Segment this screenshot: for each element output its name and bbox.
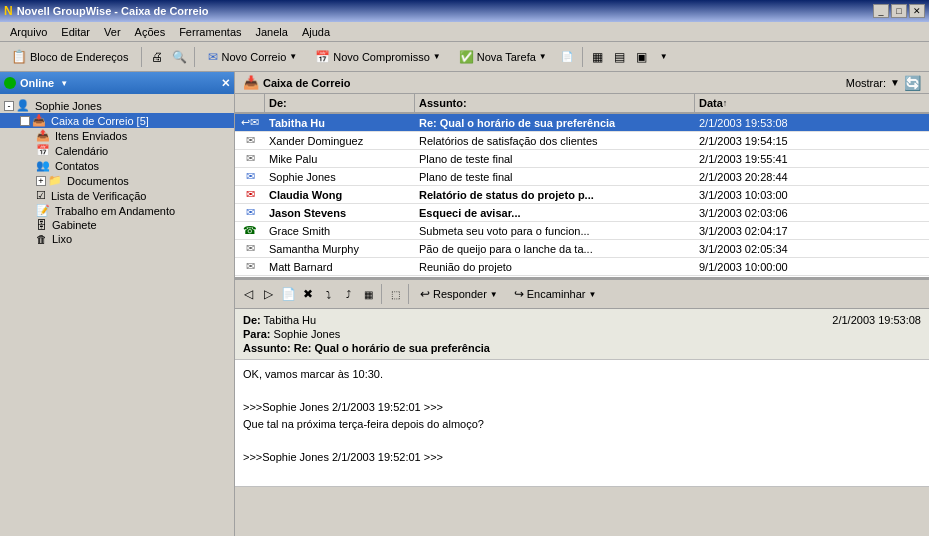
- toolbar-extra-icon-1[interactable]: 📄: [558, 48, 576, 66]
- expand-sophie[interactable]: -: [4, 101, 14, 111]
- toolbar-icon-b2[interactable]: ⤴: [339, 285, 357, 303]
- delete-msg-button[interactable]: ✖: [299, 285, 317, 303]
- menu-arquivo[interactable]: Arquivo: [4, 24, 53, 40]
- address-book-icon: 📋: [11, 49, 27, 64]
- toolbar-icon-b1[interactable]: ⤵: [319, 285, 337, 303]
- new-appointment-button[interactable]: 📅 Novo Compromisso ▼: [308, 45, 448, 69]
- col-header-subject[interactable]: Assunto:: [415, 94, 695, 112]
- new-mail-dropdown[interactable]: ▼: [289, 52, 297, 61]
- tree-item-inbox[interactable]: - 📥 Caixa de Correio [5]: [0, 113, 234, 128]
- new-task-button[interactable]: ✅ Nova Tarefa ▼: [452, 45, 554, 69]
- email-subject-9: Reunião do projeto: [415, 261, 695, 273]
- minimize-button[interactable]: _: [873, 4, 889, 18]
- forward-dropdown[interactable]: ▼: [588, 290, 596, 299]
- email-status-4: ✉: [235, 170, 265, 183]
- next-msg-button[interactable]: ▷: [259, 285, 277, 303]
- forward-icon: ↪: [514, 287, 524, 301]
- tree-item-trash[interactable]: 🗑 Lixo: [0, 232, 234, 246]
- menu-ferramentas[interactable]: Ferramentas: [173, 24, 247, 40]
- tree-item-contacts[interactable]: 👥 Contatos: [0, 158, 234, 173]
- email-row[interactable]: ☎ Grace Smith Submeta seu voto para o fu…: [235, 222, 929, 240]
- open-msg-button[interactable]: 📄: [279, 285, 297, 303]
- close-button[interactable]: ✕: [909, 4, 925, 18]
- reply-button[interactable]: ↩ Responder ▼: [413, 282, 505, 306]
- email-date-9: 9/1/2003 10:00:00: [695, 261, 929, 273]
- new-appointment-dropdown[interactable]: ▼: [433, 52, 441, 61]
- toolbar-icon-b4[interactable]: ⬚: [386, 285, 404, 303]
- email-subject-5: Relatório de status do projeto p...: [415, 189, 695, 201]
- envelope-icon-8: ✉: [246, 242, 255, 255]
- envelope-icon-2: ✉: [246, 134, 255, 147]
- email-from-8: Samantha Murphy: [265, 243, 415, 255]
- email-row[interactable]: ✉ Jason Stevens Esqueci de avisar... 3/1…: [235, 204, 929, 222]
- view-icon-3[interactable]: ▣: [633, 48, 651, 66]
- view-icon-4[interactable]: ▼: [655, 48, 673, 66]
- tree-item-docs[interactable]: + 📁 Documentos: [0, 173, 234, 188]
- tree-item-cabinet[interactable]: 🗄 Gabinete: [0, 218, 234, 232]
- email-status-5: ✉: [235, 188, 265, 201]
- toolbar-icon-b3[interactable]: ▦: [359, 285, 377, 303]
- tree-item-sent[interactable]: 📤 Itens Enviados: [0, 128, 234, 143]
- new-task-icon: ✅: [459, 50, 474, 64]
- email-row[interactable]: ✉ Sophie Jones Plano de teste final 2/1/…: [235, 168, 929, 186]
- prev-msg-button[interactable]: ◁: [239, 285, 257, 303]
- title-bar-controls[interactable]: _ □ ✕: [873, 4, 925, 18]
- new-mail-button[interactable]: ✉ Novo Correio ▼: [201, 45, 304, 69]
- email-date-5: 3/1/2003 10:03:00: [695, 189, 929, 201]
- preview-to: Sophie Jones: [274, 328, 341, 340]
- tree-label-inbox: Caixa de Correio [5]: [51, 115, 149, 127]
- tree-item-sophie[interactable]: - 👤 Sophie Jones: [0, 98, 234, 113]
- show-dropdown-icon[interactable]: ▼: [890, 77, 900, 88]
- print-icon[interactable]: 🖨: [148, 48, 166, 66]
- refresh-icon[interactable]: 🔄: [904, 75, 921, 91]
- menu-janela[interactable]: Janela: [250, 24, 294, 40]
- tree-item-wip[interactable]: 📝 Trabalho em Andamento: [0, 203, 234, 218]
- col-date-label: Data: [699, 97, 723, 109]
- col-header-from[interactable]: De:: [265, 94, 415, 112]
- search-icon[interactable]: 🔍: [170, 48, 188, 66]
- new-task-dropdown[interactable]: ▼: [539, 52, 547, 61]
- menu-ver[interactable]: Ver: [98, 24, 127, 40]
- email-date-3: 2/1/2003 19:55:41: [695, 153, 929, 165]
- folder-tree: - 👤 Sophie Jones - 📥 Caixa de Correio [5…: [0, 94, 234, 536]
- email-row[interactable]: ✉ Xander Dominguez Relatórios de satisfa…: [235, 132, 929, 150]
- expand-inbox[interactable]: -: [20, 116, 30, 126]
- maximize-button[interactable]: □: [891, 4, 907, 18]
- tree-label-calendar: Calendário: [55, 145, 108, 157]
- email-row[interactable]: ✉ Samantha Murphy Pão de queijo para o l…: [235, 240, 929, 258]
- tree-item-checklist[interactable]: ☑ Lista de Verificação: [0, 188, 234, 203]
- address-book-button[interactable]: 📋 Bloco de Endereços: [4, 45, 135, 69]
- col-header-date[interactable]: Data ↑: [695, 94, 929, 112]
- preview-subject: Re: Qual o horário de sua preferência: [294, 342, 490, 354]
- email-row[interactable]: ✉ Matt Barnard Reunião do projeto 9/1/20…: [235, 258, 929, 276]
- tree-label-wip: Trabalho em Andamento: [55, 205, 175, 217]
- reply-dropdown[interactable]: ▼: [490, 290, 498, 299]
- col-header-status[interactable]: [235, 94, 265, 112]
- email-row[interactable]: ✉ Claudia Wong Relatório de status do pr…: [235, 186, 929, 204]
- email-subject-6: Esqueci de avisar...: [415, 207, 695, 219]
- menu-acoes[interactable]: Ações: [129, 24, 172, 40]
- menu-ajuda[interactable]: Ajuda: [296, 24, 336, 40]
- tree-label-sent: Itens Enviados: [55, 130, 127, 142]
- expand-docs[interactable]: +: [36, 176, 46, 186]
- panel-close-button[interactable]: ✕: [221, 77, 230, 90]
- title-bar-left: N Novell GroupWise - Caixa de Correio: [4, 4, 209, 18]
- envelope-icon-9: ✉: [246, 260, 255, 273]
- email-status-2: ✉: [235, 134, 265, 147]
- forward-label: Encaminhar: [527, 288, 586, 300]
- tree-item-calendar[interactable]: 📅 Calendário: [0, 143, 234, 158]
- calendar-icon: 📅: [36, 144, 50, 157]
- email-row[interactable]: ✉ Mike Palu Plano de teste final 2/1/200…: [235, 150, 929, 168]
- online-dropdown[interactable]: ▼: [60, 79, 68, 88]
- view-icon-2[interactable]: ▤: [611, 48, 629, 66]
- email-status-7: ☎: [235, 224, 265, 237]
- to-label: Para:: [243, 328, 271, 340]
- inbox-header-right: Mostrar: ▼ 🔄: [846, 75, 921, 91]
- email-from-2: Xander Dominguez: [265, 135, 415, 147]
- preview-from-line: De: Tabitha Hu 2/1/2003 19:53:08: [243, 313, 921, 327]
- preview-subject-line: Assunto: Re: Qual o horário de sua prefe…: [243, 341, 921, 355]
- email-row[interactable]: ↩✉ Tabitha Hu Re: Qual o horário de sua …: [235, 114, 929, 132]
- forward-button[interactable]: ↪ Encaminhar ▼: [507, 282, 604, 306]
- menu-editar[interactable]: Editar: [55, 24, 96, 40]
- view-icon-1[interactable]: ▦: [589, 48, 607, 66]
